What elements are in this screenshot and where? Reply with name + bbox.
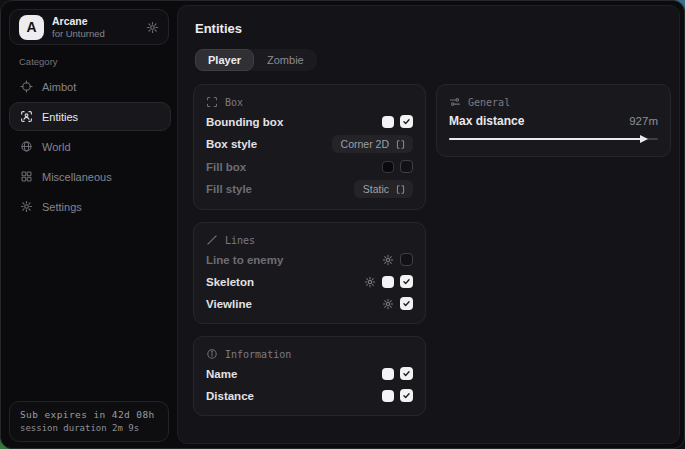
gear-icon[interactable] <box>146 21 159 34</box>
gear-icon[interactable] <box>382 298 394 310</box>
sidebar-item-label: World <box>42 141 71 153</box>
checkbox-checked[interactable] <box>400 367 413 380</box>
globe-icon <box>20 140 33 153</box>
subscription-status-card: Sub expires in 42d 08h session duration … <box>9 401 169 442</box>
setting-row-viewline: Viewline <box>206 295 413 312</box>
sidebar-item-miscellaneous[interactable]: Miscellaneous <box>9 162 171 191</box>
tab-player[interactable]: Player <box>195 49 254 71</box>
main-panel: Entities Player Zombie Box <box>177 5 680 444</box>
session-duration-text: session duration 2m 9s <box>20 423 158 433</box>
gear-icon[interactable] <box>382 254 394 266</box>
checkbox-checked[interactable] <box>400 115 413 128</box>
section-header-label: Box <box>225 97 243 108</box>
diagonal-line-icon <box>206 234 218 246</box>
sub-expiry-text: Sub expires in 42d 08h <box>20 409 158 420</box>
section-header-label: Information <box>225 349 291 360</box>
unfold-brackets-icon <box>395 184 406 195</box>
tab-zombie[interactable]: Zombie <box>254 49 317 71</box>
setting-row-bounding-box: Bounding box <box>206 113 413 130</box>
app-logo-card: A Arcane for Unturned <box>9 9 169 45</box>
setting-row-name: Name <box>206 365 413 382</box>
unfold-brackets-icon <box>395 139 406 150</box>
page-title: Entities <box>195 21 671 36</box>
setting-row-box-style: Box style Corner 2D <box>206 135 413 153</box>
max-distance-value: 927m <box>629 115 658 127</box>
category-label: Category <box>19 56 58 67</box>
checkbox-checked[interactable] <box>400 275 413 288</box>
sidebar-item-entities[interactable]: Entities <box>9 102 171 131</box>
gear-icon <box>20 200 33 213</box>
sidebar-item-world[interactable]: World <box>9 132 171 161</box>
checkbox-unchecked[interactable] <box>400 160 413 173</box>
information-card: Information Name Distance <box>193 336 426 416</box>
setting-row-fill-style: Fill style Static <box>206 180 413 198</box>
setting-row-line-to-enemy: Line to enemy <box>206 251 413 268</box>
checkbox-checked[interactable] <box>400 389 413 402</box>
slider-fill <box>449 138 643 140</box>
scan-person-icon <box>20 110 33 123</box>
box-card: Box Bounding box Box style <box>193 84 426 210</box>
general-card: General Max distance 927m <box>436 84 671 157</box>
setting-row-skeleton: Skeleton <box>206 273 413 290</box>
entity-tabs: Player Zombie <box>195 49 317 71</box>
max-distance-slider[interactable] <box>449 133 658 145</box>
sidebar-item-label: Miscellaneous <box>42 171 112 183</box>
sidebar-nav: Aimbot Entities World <box>9 72 171 221</box>
checkbox-checked[interactable] <box>400 297 413 310</box>
color-swatch[interactable] <box>382 116 394 128</box>
setting-row-distance: Distance <box>206 387 413 404</box>
setting-row-max-distance: Max distance 927m <box>449 114 658 128</box>
info-icon <box>206 348 218 360</box>
grid-icon <box>20 170 33 183</box>
scan-brackets-icon <box>206 96 218 108</box>
section-header-label: Lines <box>225 235 255 246</box>
app-title: Arcane <box>52 15 105 27</box>
sidebar-item-label: Settings <box>42 201 82 213</box>
app-window: A Arcane for Unturned Category A <box>0 0 685 449</box>
color-swatch[interactable] <box>382 276 394 288</box>
setting-row-fill-box: Fill box <box>206 158 413 175</box>
crosshair-icon <box>20 80 33 93</box>
gear-icon[interactable] <box>364 276 376 288</box>
sidebar-item-settings[interactable]: Settings <box>9 192 171 221</box>
app-logo: A <box>19 15 44 40</box>
sidebar-item-label: Entities <box>42 111 78 123</box>
section-header-label: General <box>468 97 510 108</box>
checkbox-unchecked[interactable] <box>400 253 413 266</box>
sidebar-item-label: Aimbot <box>42 81 76 93</box>
app-subtitle: for Unturned <box>52 28 105 39</box>
color-swatch[interactable] <box>382 161 394 173</box>
box-style-dropdown[interactable]: Corner 2D <box>332 135 413 153</box>
sliders-icon <box>449 96 461 108</box>
slider-handle[interactable] <box>640 135 648 143</box>
color-swatch[interactable] <box>382 368 394 380</box>
fill-style-dropdown[interactable]: Static <box>354 180 413 198</box>
sidebar-item-aimbot[interactable]: Aimbot <box>9 72 171 101</box>
color-swatch[interactable] <box>382 390 394 402</box>
sidebar: A Arcane for Unturned Category A <box>1 1 177 448</box>
lines-card: Lines Line to enemy <box>193 222 426 324</box>
